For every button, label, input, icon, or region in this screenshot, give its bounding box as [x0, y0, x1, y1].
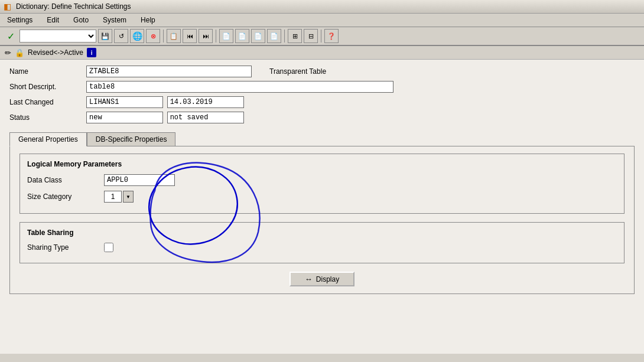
- first-button[interactable]: ⏮: [183, 29, 197, 43]
- name-label: Name: [9, 67, 86, 76]
- doc-button4[interactable]: 📄: [267, 29, 281, 43]
- tab-content: Logical Memory Parameters Data Class Siz…: [9, 146, 635, 294]
- menu-bar: Settings Edit Goto System Help: [0, 14, 644, 27]
- sharing-type-row: Sharing Type: [27, 243, 617, 252]
- status-input[interactable]: [86, 112, 163, 123]
- main-content: Name Transparent Table Short Descript. L…: [0, 60, 644, 354]
- toolbar-sep2: [216, 30, 216, 43]
- name-input[interactable]: [86, 66, 252, 77]
- display-button[interactable]: ↔ Display: [290, 272, 354, 286]
- menu-help[interactable]: Help: [138, 15, 158, 25]
- short-desc-input[interactable]: [86, 81, 393, 93]
- refresh-button[interactable]: ↺: [114, 29, 128, 43]
- short-desc-row: Short Descript.: [9, 81, 635, 93]
- size-cat-dropdown[interactable]: ▼: [123, 191, 134, 203]
- display-icon: ↔: [305, 275, 313, 283]
- doc-button2[interactable]: 📄: [235, 29, 249, 43]
- size-cat-input[interactable]: [104, 191, 122, 203]
- sharing-type-label: Sharing Type: [27, 243, 104, 252]
- table-sharing-section: Table Sharing Sharing Type: [19, 222, 625, 263]
- data-class-row: Data Class: [27, 174, 617, 186]
- name-row: Name Transparent Table: [9, 66, 635, 77]
- table-sharing-title: Table Sharing: [27, 229, 617, 237]
- title-bar-icon: ◧: [4, 2, 11, 11]
- sharing-type-checkbox[interactable]: [104, 243, 113, 252]
- check-button[interactable]: ✓: [4, 29, 18, 43]
- doc-button3[interactable]: 📄: [251, 29, 265, 43]
- home-button[interactable]: 🌐: [130, 29, 144, 43]
- last-changed-row: Last Changed: [9, 96, 635, 108]
- toolbar: ✓ 💾 ↺ 🌐 ⊗ 📋 ⏮ ⏭ 📄 📄 📄 📄 ⊞ ⊟ ❓: [0, 27, 644, 46]
- stop-button[interactable]: ⊗: [146, 29, 160, 43]
- display-btn-container: ↔ Display: [19, 272, 625, 286]
- status-label: Status: [9, 113, 86, 122]
- size-cat-container: ▼: [104, 191, 134, 203]
- help-button[interactable]: ❓: [324, 29, 339, 43]
- menu-edit[interactable]: Edit: [44, 15, 61, 25]
- status-row: Status: [9, 112, 635, 123]
- lock-icon: 🔒: [15, 48, 24, 57]
- doc-button1[interactable]: 📄: [219, 29, 233, 43]
- print-button[interactable]: 📋: [167, 29, 181, 43]
- status2-input[interactable]: [167, 112, 244, 123]
- grid2-button[interactable]: ⊟: [304, 29, 318, 43]
- toolbar-dropdown[interactable]: [19, 30, 96, 43]
- revised-active-label: Revised<->Active: [28, 48, 83, 57]
- menu-system[interactable]: System: [100, 15, 129, 25]
- logical-memory-title: Logical Memory Parameters: [27, 160, 617, 168]
- tab-general-properties[interactable]: General Properties: [9, 132, 87, 146]
- menu-goto[interactable]: Goto: [71, 15, 91, 25]
- size-cat-label: Size Category: [27, 193, 104, 201]
- save-button[interactable]: 💾: [98, 29, 112, 43]
- toolbar-sep3: [284, 30, 285, 43]
- size-cat-row: Size Category ▼: [27, 191, 617, 203]
- title-bar: ◧ Dictionary: Define Technical Settings: [0, 0, 644, 14]
- display-label: Display: [316, 275, 339, 283]
- table-type-label: Transparent Table: [269, 67, 326, 76]
- logical-memory-section: Logical Memory Parameters Data Class Siz…: [19, 154, 625, 214]
- data-class-label: Data Class: [27, 176, 104, 184]
- toolbar-sep1: [163, 30, 164, 43]
- menu-settings[interactable]: Settings: [5, 15, 35, 25]
- last-changed-label: Last Changed: [9, 98, 86, 106]
- changed-by-input[interactable]: [86, 96, 163, 108]
- title-bar-text: Dictionary: Define Technical Settings: [16, 2, 131, 11]
- date-input[interactable]: [167, 96, 244, 108]
- tab-db-specific-properties[interactable]: DB-Specific Properties: [87, 132, 176, 146]
- pen-icon: ✏: [5, 48, 11, 57]
- toolbar-sep4: [321, 30, 321, 43]
- last-button[interactable]: ⏭: [199, 29, 213, 43]
- tabs-container: General Properties DB-Specific Propertie…: [9, 132, 635, 146]
- sub-toolbar: ✏ 🔒 Revised<->Active i: [0, 46, 644, 60]
- info-icon[interactable]: i: [87, 48, 96, 57]
- short-desc-label: Short Descript.: [9, 83, 86, 91]
- data-class-input[interactable]: [104, 174, 175, 186]
- grid-button[interactable]: ⊞: [288, 29, 302, 43]
